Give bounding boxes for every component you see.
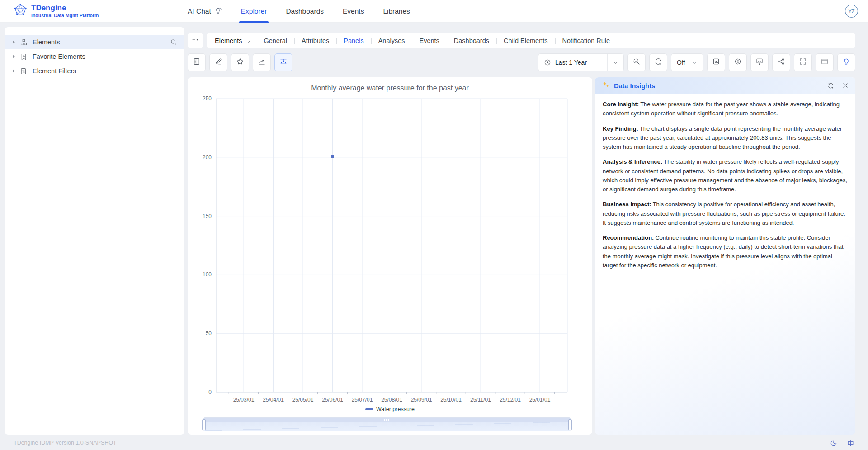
save-image-button[interactable] [750, 53, 769, 71]
language-toggle[interactable] [847, 439, 854, 447]
auto-refresh-value: Off [677, 59, 685, 66]
legend-label: Water pressure [376, 406, 415, 412]
brand-logo[interactable]: TDengine Industrial Data Mgmt Platform [14, 3, 99, 19]
distribution-button[interactable] [274, 53, 292, 71]
x-axis-label: 26/01/01 [529, 397, 551, 403]
caret-right-icon[interactable] [13, 69, 15, 73]
insight-section-key-finding: Key Finding:The chart displays a single … [603, 124, 848, 152]
nav-item-dashboards[interactable]: Dashboards [286, 0, 324, 23]
insights-refresh-button[interactable] [827, 82, 834, 89]
user-avatar[interactable]: YZ [845, 5, 858, 18]
insight-section-business-impact: Business Impact:This consistency is posi… [603, 200, 848, 227]
sidebar-item-element-filters[interactable]: Element Filters [5, 64, 184, 78]
tab-attributes[interactable]: Attributes [294, 37, 336, 44]
report-button[interactable] [188, 53, 206, 71]
bulb-icon [214, 7, 222, 16]
elements-cubes-icon [20, 38, 28, 46]
datazoom-handle-right[interactable] [568, 419, 572, 430]
export-view-button[interactable] [707, 53, 725, 71]
time-range-value: Last 1 Year [555, 59, 607, 66]
y-axis-label: 100 [203, 271, 212, 278]
datazoom-grip[interactable] [384, 419, 390, 421]
fullscreen-button[interactable] [794, 53, 812, 71]
refresh-icon [654, 57, 662, 67]
x-axis-label: 25/12/01 [500, 397, 521, 403]
x-axis-label: 25/04/01 [263, 397, 284, 403]
star-icon [236, 57, 244, 67]
y-axis-label: 250 [203, 95, 212, 102]
trend-chart-button[interactable] [253, 53, 271, 71]
datazoom-handle-left[interactable] [202, 419, 206, 430]
tdengine-logo-icon [14, 3, 27, 19]
tab-panels[interactable]: Panels [336, 37, 371, 44]
y-axis-label: 200 [203, 154, 212, 161]
tab-child-elements[interactable]: Child Elements [496, 37, 555, 44]
sparkles-icon [602, 81, 610, 91]
tab-dashboards[interactable]: Dashboards [447, 37, 496, 44]
insight-section-core-insight: Core Insight:The water pressure data for… [603, 100, 848, 118]
favorite-button[interactable] [231, 53, 249, 71]
auto-refresh-select[interactable]: Off [671, 53, 703, 71]
chart-line-icon [258, 57, 266, 67]
chevron-down-icon [607, 54, 623, 71]
nav-item-libraries[interactable]: Libraries [383, 0, 410, 23]
x-axis-label: 25/03/01 [233, 397, 255, 403]
x-axis-label: 25/07/01 [352, 397, 373, 403]
window-icon [821, 57, 829, 67]
insight-section-analysis-inference: Analysis & Inference:The stability in wa… [603, 157, 848, 194]
ai-insights-button[interactable] [837, 53, 855, 71]
edit-button[interactable] [209, 53, 227, 71]
x-axis-label: 25/05/01 [292, 397, 314, 403]
chart-plot: 05010015020025025/03/0125/04/0125/05/012… [188, 77, 592, 435]
insights-close-button[interactable] [842, 82, 849, 89]
caret-right-icon[interactable] [13, 40, 15, 44]
fullscreen-icon [799, 57, 807, 67]
panel-layout-button[interactable] [816, 53, 834, 71]
chevron-right-icon [246, 38, 252, 43]
nav-item-explorer[interactable]: Explorer [241, 0, 267, 23]
collapse-panel-icon [191, 36, 199, 46]
data-insights-panel: Data Insights Core Insight:The water pre… [595, 77, 855, 435]
top-bar: TDengine Industrial Data Mgmt Platform A… [0, 0, 868, 23]
main-nav: AI Chat Explorer Dashboards Events Libra… [188, 0, 410, 23]
tab-general[interactable]: General [256, 37, 294, 44]
datazoom-slider[interactable] [203, 417, 571, 431]
notebook-icon [193, 57, 201, 67]
y-axis-label: 0 [208, 389, 212, 395]
sidebar-item-label: Favorite Elements [33, 53, 85, 60]
y-axis-label: 150 [203, 213, 212, 219]
legend-item-water-pressure[interactable]: Water pressure [188, 406, 592, 412]
refresh-button[interactable] [649, 53, 667, 71]
tab-events[interactable]: Events [412, 37, 446, 44]
chevron-down-icon [692, 60, 698, 66]
favorite-bookmark-icon [20, 53, 28, 61]
breadcrumb-root[interactable]: Elements [215, 37, 242, 44]
x-axis-label: 25/11/01 [470, 397, 491, 403]
image-download-icon [755, 57, 764, 67]
insight-section-recommendation: Recommendation:Continue routine monitori… [603, 233, 848, 270]
insights-body: Core Insight:The water pressure data for… [595, 94, 855, 270]
x-axis-label: 25/10/01 [440, 397, 462, 403]
pencil-icon [214, 57, 222, 67]
time-range-select[interactable]: Last 1 Year [538, 53, 624, 71]
insights-title: Data Insights [614, 82, 655, 90]
clock-icon [544, 59, 551, 66]
insights-header: Data Insights [595, 77, 855, 94]
nav-item-ai-chat[interactable]: AI Chat [188, 0, 222, 23]
history-button[interactable] [729, 53, 747, 71]
search-icon[interactable] [170, 38, 177, 46]
caret-right-icon[interactable] [13, 55, 15, 58]
sidebar-item-label: Elements [33, 38, 60, 46]
sidebar-item-elements[interactable]: Elements [5, 35, 184, 49]
tab-notification-rule[interactable]: Notification Rule [555, 37, 618, 44]
panel-toolbar: Last 1 Year [188, 53, 855, 71]
tab-analyses[interactable]: Analyses [371, 37, 412, 44]
collapse-sidebar-button[interactable] [188, 33, 203, 48]
box-arrow-icon [712, 57, 720, 67]
zoom-out-button[interactable] [627, 53, 646, 71]
share-button[interactable] [772, 53, 790, 71]
nav-item-events[interactable]: Events [343, 0, 364, 23]
sidebar-item-favorite-elements[interactable]: Favorite Elements [5, 50, 184, 63]
dark-mode-toggle[interactable] [830, 439, 838, 447]
legend-marker [365, 408, 373, 410]
